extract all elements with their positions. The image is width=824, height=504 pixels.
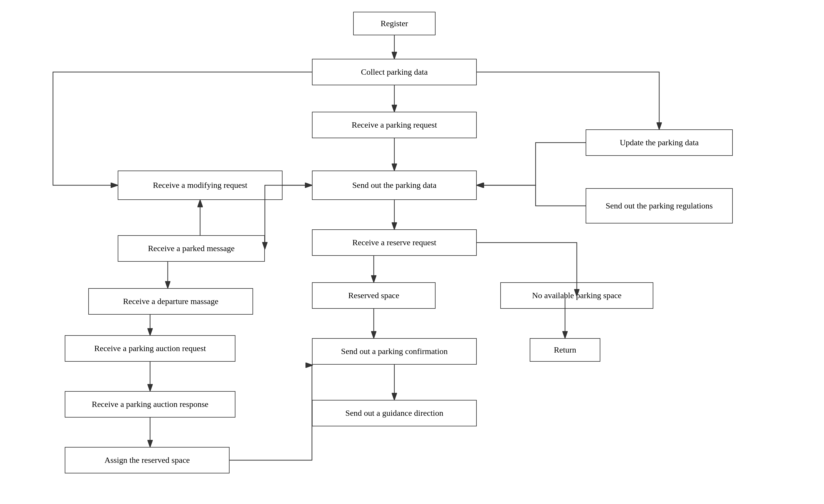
node-send-parking-regulations: Send out the parking regulations [586, 188, 733, 224]
node-return: Return [530, 338, 600, 362]
node-register: Register [353, 12, 435, 35]
node-send-parking-data: Send out the parking data [312, 170, 477, 200]
node-send-guidance: Send out a guidance direction [312, 400, 477, 426]
node-receive-auction-request: Receive a parking auction request [65, 335, 235, 362]
node-assign-reserved: Assign the reserved space [65, 447, 229, 473]
flowchart: Register Collect parking data Receive a … [0, 0, 824, 504]
node-update-parking-data: Update the parking data [586, 129, 733, 156]
node-collect-parking-data: Collect parking data [312, 59, 477, 85]
node-receive-modifying: Receive a modifying request [118, 170, 283, 200]
node-receive-departure: Receive a departure massage [88, 288, 253, 314]
node-receive-parking-request: Receive a parking request [312, 112, 477, 138]
node-reserved-space: Reserved space [312, 282, 435, 309]
node-send-parking-confirmation: Send out a parking confirmation [312, 338, 477, 365]
node-receive-reserve-request: Receive a reserve request [312, 229, 477, 256]
node-receive-auction-response: Receive a parking auction response [65, 391, 235, 417]
node-receive-parked: Receive a parked message [118, 235, 265, 262]
node-no-available: No available parking space [500, 282, 653, 309]
